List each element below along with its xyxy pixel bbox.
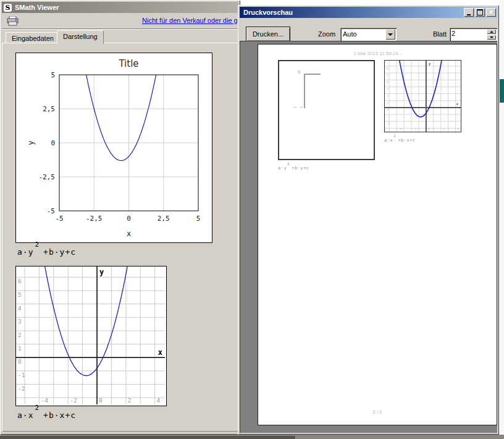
license-link[interactable]: Nicht für den Verkauf oder die g: [142, 17, 238, 24]
svg-text:-1: -1: [387, 115, 390, 118]
svg-text:-2: -2: [387, 122, 390, 125]
smath-tabstrip: Eingabedaten Darstellung: [2, 30, 238, 43]
svg-text:5: 5: [387, 74, 388, 77]
zoom-selected-value: Auto: [343, 30, 357, 38]
formula-exponent: 2: [35, 241, 40, 249]
print-button[interactable]: Drucken...: [246, 27, 290, 41]
minimize-button[interactable]: [464, 8, 474, 17]
svg-text:x: x: [456, 101, 458, 106]
formula-tail: +b·x+c: [398, 138, 415, 143]
svg-text:-2: -2: [413, 127, 417, 130]
page-header-timestamp: 1 Mai 2013 11:59:24 -: [258, 51, 497, 56]
smath-viewer-window: S SMath Viewer Nicht für den Verkauf ode…: [0, 0, 240, 435]
svg-text:4: 4: [458, 127, 460, 130]
svg-text:-2,5: -2,5: [86, 215, 103, 223]
formula-quadratic-x: a·x2+b·x+c: [17, 409, 76, 420]
svg-text:0: 0: [51, 139, 55, 147]
close-icon: ×: [489, 9, 493, 15]
druck-titlebar[interactable]: Druckvorschau ×: [240, 7, 497, 18]
preview-formula-y: a·y2+b·y+c: [278, 164, 309, 171]
darstellung-tabpage: 52,50-2,5-5-5-2,502,55Titlexy a·y2+b·y+c…: [2, 43, 238, 432]
tab-eingabedaten[interactable]: Eingabedaten: [6, 32, 60, 43]
svg-text:1: 1: [18, 345, 22, 352]
preview-tick-mark: [300, 107, 303, 108]
druck-toolbar: Drucken... Zoom Auto Blatt: [240, 18, 497, 41]
svg-text:2: 2: [443, 127, 445, 130]
svg-text:Title: Title: [118, 58, 138, 69]
preview-axis-tick: 5: [298, 70, 300, 75]
svg-text:3: 3: [387, 87, 388, 90]
svg-text:x: x: [158, 348, 162, 357]
formula-tail: +b·y+c: [43, 247, 76, 257]
svg-text:2: 2: [18, 331, 22, 338]
druck-window-title: Druckvorschau: [243, 9, 293, 16]
svg-text:4: 4: [18, 305, 22, 312]
printer-icon[interactable]: [6, 16, 20, 26]
parabola-plot-titled: 52,50-2,5-5-5-2,502,55Titlexy: [16, 53, 211, 241]
background-teal-fragment: [500, 79, 504, 103]
svg-text:5: 5: [51, 71, 55, 79]
svg-text:-2: -2: [18, 385, 25, 392]
svg-text:5: 5: [18, 291, 22, 298]
svg-text:-2,5: -2,5: [39, 173, 56, 181]
svg-text:6: 6: [18, 278, 22, 284]
smath-titlebar[interactable]: S SMath Viewer: [2, 2, 238, 13]
formula-lead: a·x: [384, 138, 393, 143]
zoom-combobox[interactable]: Auto: [340, 28, 397, 41]
svg-text:y: y: [27, 140, 35, 145]
sheet-spinner: [450, 28, 497, 41]
close-button[interactable]: ×: [486, 8, 496, 17]
maximize-icon: [477, 9, 483, 15]
svg-text:-5: -5: [47, 207, 55, 215]
svg-text:y: y: [99, 268, 104, 276]
sheet-increment-button[interactable]: [487, 29, 496, 34]
svg-text:2,5: 2,5: [43, 105, 55, 113]
preview-tick-mark: [294, 107, 296, 108]
print-preview-window: Druckvorschau × Drucken... Zoom Auto Bla…: [238, 5, 499, 435]
zoom-dropdown-button[interactable]: [385, 29, 395, 40]
tab-darstellung[interactable]: Darstellung: [57, 30, 104, 44]
preview-formula-x: a·x2+b·x+c: [384, 136, 416, 143]
preview-plot-grid-box: 6543210-1-2-4-2024yx: [384, 60, 461, 132]
svg-text:2,5: 2,5: [158, 215, 170, 223]
svg-text:0: 0: [99, 397, 103, 404]
formula-lead: a·y: [278, 166, 287, 171]
svg-text:-5: -5: [55, 215, 63, 223]
page-number: 2 / 2: [258, 409, 497, 415]
svg-text:1: 1: [387, 101, 388, 104]
svg-text:2: 2: [128, 397, 132, 404]
plot-titled-box: 52,50-2,5-5-5-2,502,55Titlexy: [15, 53, 212, 243]
svg-text:-1: -1: [18, 372, 25, 378]
smath-toolbar: Nicht für den Verkauf oder die g: [2, 14, 238, 29]
smath-logo-icon: S: [4, 4, 12, 12]
formula-lead: a·y: [17, 247, 33, 257]
screen: S SMath Viewer Nicht für den Verkauf ode…: [0, 0, 504, 439]
sheet-number-input[interactable]: [452, 30, 481, 37]
plot-grid-box: 6543210-1-2-4-2024yx: [15, 266, 167, 406]
chevron-down-icon: [388, 33, 393, 36]
svg-text:0: 0: [127, 215, 131, 223]
svg-text:4: 4: [157, 397, 161, 404]
svg-text:-2: -2: [70, 397, 77, 404]
svg-text:0: 0: [18, 358, 22, 365]
svg-text:y: y: [429, 61, 431, 66]
preview-area: 1 Mai 2013 11:59:24 - 5 a·y2+b·y+c 65432…: [240, 41, 497, 433]
maximize-button[interactable]: [475, 8, 485, 17]
svg-text:5: 5: [196, 215, 201, 223]
svg-text:6: 6: [387, 67, 388, 70]
preview-parabola-mini: 6543210-1-2-4-2024yx: [385, 61, 461, 132]
smath-window-title: SMath Viewer: [15, 4, 59, 11]
formula-exponent: 2: [35, 404, 40, 412]
preview-axis-corner: [304, 74, 321, 75]
preview-plot-titled-box: 5: [278, 60, 375, 160]
svg-text:-4: -4: [41, 397, 48, 404]
formula-tail: +b·y+c: [292, 166, 309, 171]
parabola-plot-grid: 6543210-1-2-4-2024yx: [16, 266, 165, 404]
svg-text:3: 3: [18, 318, 22, 325]
svg-text:0: 0: [428, 127, 430, 130]
svg-text:x: x: [127, 229, 131, 238]
minimize-icon: [467, 14, 471, 15]
formula-exponent: 2: [393, 134, 396, 138]
formula-tail: +b·x+c: [43, 411, 76, 420]
sheet-decrement-button[interactable]: [487, 35, 496, 40]
